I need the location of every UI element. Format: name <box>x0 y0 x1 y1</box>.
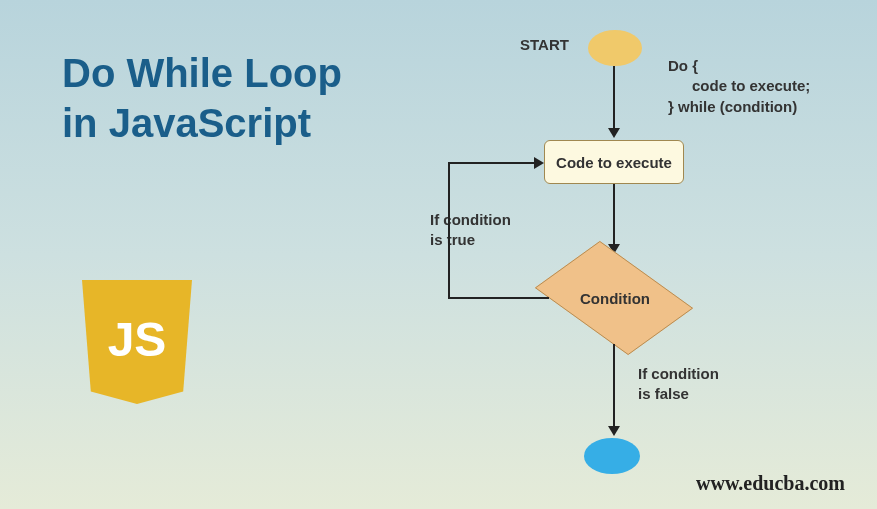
arrow-head-icon <box>608 128 620 138</box>
false-label-l1: If condition <box>638 365 719 382</box>
arrow-head-icon <box>534 157 544 169</box>
condition-text: Condition <box>580 290 650 307</box>
title-line-2: in JavaScript <box>62 101 311 145</box>
syntax-line-2: code to execute; <box>668 76 810 96</box>
end-node <box>584 438 640 474</box>
arrow-start-code <box>613 66 615 128</box>
logo-text: JS <box>108 312 167 367</box>
flowchart: START Do { code to execute; } while (con… <box>400 12 860 492</box>
arrow-cond-end <box>613 344 615 426</box>
shield-icon: JS <box>82 280 192 404</box>
syntax-block: Do { code to execute; } while (condition… <box>668 56 810 117</box>
true-label-l1: If condition <box>430 211 511 228</box>
website-url: www.educba.com <box>696 472 845 495</box>
arrow-code-condition <box>613 184 615 244</box>
page-title: Do While Loop in JavaScript <box>62 48 342 148</box>
start-label: START <box>520 36 569 53</box>
title-line-1: Do While Loop <box>62 51 342 95</box>
syntax-line-1: Do { <box>668 56 810 76</box>
start-node <box>588 30 642 66</box>
js-logo: JS <box>82 280 192 404</box>
arrow-loop-v <box>448 162 450 299</box>
arrow-loop-h1 <box>448 297 549 299</box>
false-label: If condition is false <box>638 364 719 403</box>
code-box: Code to execute <box>544 140 684 184</box>
arrow-head-icon <box>608 426 620 436</box>
code-box-text: Code to execute <box>556 154 672 171</box>
arrow-loop-h2 <box>448 162 534 164</box>
true-label: If condition is true <box>430 210 511 249</box>
false-label-l2: is false <box>638 385 689 402</box>
true-label-l2: is true <box>430 231 475 248</box>
syntax-line-3: } while (condition) <box>668 97 810 117</box>
